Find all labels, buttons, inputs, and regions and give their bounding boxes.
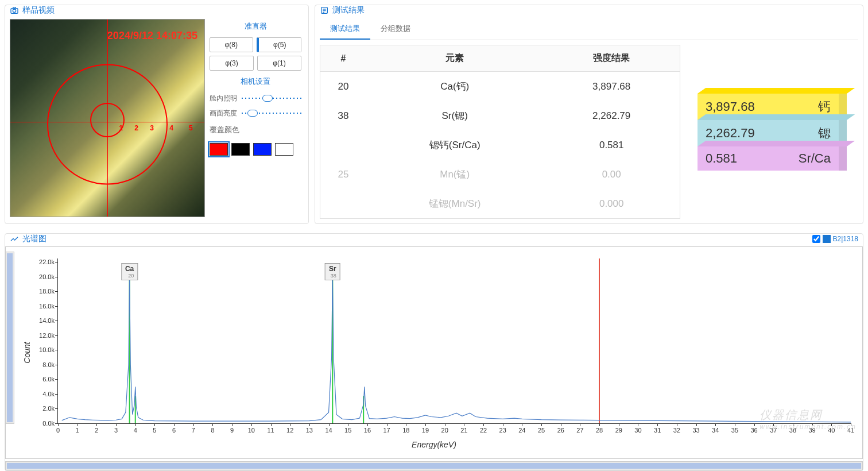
cover-color-label: 覆盖颜色 (210, 122, 301, 137)
table-row[interactable]: 25Mn(锰)0.00 (320, 160, 680, 189)
chart-scrollbar-horizontal[interactable] (5, 461, 863, 470)
tab-groups[interactable]: 分组数据 (370, 19, 421, 40)
peak-label-ca: Ca20 (121, 263, 138, 280)
sample-video-panel: 样品视频 2024/9/12 14:07:35 1 2 3 4 5 准直器 φ(… (5, 5, 309, 224)
color-swatch-blue[interactable] (253, 143, 272, 156)
table-row[interactable]: 锶钙(Sr/Ca)0.581 (320, 130, 680, 160)
color-swatches (210, 141, 301, 156)
summary-layer-srca: 0.581 Sr/Ca (698, 146, 847, 171)
legend-label: B2|1318 (833, 235, 859, 243)
camera-settings-title: 相机设置 (210, 74, 301, 89)
svg-point-1 (13, 9, 16, 12)
col-header-num: # (320, 45, 366, 72)
collimator-phi8-button[interactable]: φ(8) (210, 37, 253, 52)
legend-swatch (823, 235, 831, 243)
col-header-element: 元素 (366, 45, 543, 72)
collimator-phi3-button[interactable]: φ(3) (210, 56, 254, 71)
camera-icon (10, 6, 19, 15)
peak-label-sr: Sr38 (325, 263, 340, 280)
spectrum-panel: 光谱图 B2|1318 Count Energy(keV) 0.0k2.0k4.… (5, 233, 863, 471)
camera-controls: 准直器 φ(8) φ(5) φ(3) φ(1) 相机设置 舱内照明 画面亮度 (210, 19, 301, 217)
illumination-slider[interactable] (242, 92, 301, 104)
sample-video-feed[interactable]: 2024/9/12 14:07:35 1 2 3 4 5 (10, 19, 205, 217)
spectrum-title: 光谱图 (22, 234, 46, 244)
collimator-phi1-button[interactable]: φ(1) (257, 56, 301, 71)
brightness-label: 画面亮度 (210, 109, 238, 118)
list-icon (320, 6, 329, 15)
crosshair-overlay: 1 2 3 4 5 (10, 20, 204, 217)
table-row[interactable]: 20Ca(钙)3,897.68 (320, 72, 680, 102)
illumination-label: 舱内照明 (210, 94, 238, 103)
collimator-phi5-button[interactable]: φ(5) (257, 37, 302, 52)
summary-stack: 3,897.68 钙 2,262.79 锶 0.581 Sr/Ca (686, 45, 858, 219)
color-swatch-black[interactable] (231, 143, 250, 156)
chart-xlabel: Energy(keV) (412, 440, 456, 449)
results-title: 测试结果 (332, 5, 365, 16)
results-table: # 元素 强度结果 20Ca(钙)3,897.6838Sr(锶)2,262.79… (320, 45, 680, 219)
color-swatch-white[interactable] (275, 143, 293, 156)
brightness-slider[interactable] (242, 107, 301, 119)
chart-scrollbar-vertical[interactable] (5, 252, 14, 424)
results-tabs: 测试结果 分组数据 (320, 19, 858, 40)
collimator-title: 准直器 (210, 19, 301, 34)
color-swatch-red[interactable] (210, 143, 228, 156)
sample-video-title: 样品视频 (22, 5, 55, 16)
results-panel: 测试结果 测试结果 分组数据 # 元素 强度结果 20Ca(钙)3,897.68… (315, 5, 863, 224)
legend-checkbox[interactable] (812, 235, 820, 243)
table-row[interactable]: 锰锶(Mn/Sr)0.000 (320, 189, 680, 218)
tab-results[interactable]: 测试结果 (320, 19, 370, 40)
legend-item[interactable]: B2|1318 (812, 235, 859, 243)
spectrum-chart[interactable]: Count Energy(keV) 0.0k2.0k4.0k6.0k8.0k10… (5, 246, 863, 459)
chart-icon (10, 234, 19, 244)
table-row[interactable]: 38Sr(锶)2,262.79 (320, 101, 680, 130)
col-header-intensity: 强度结果 (543, 45, 680, 72)
chart-ylabel: Count (22, 342, 32, 363)
